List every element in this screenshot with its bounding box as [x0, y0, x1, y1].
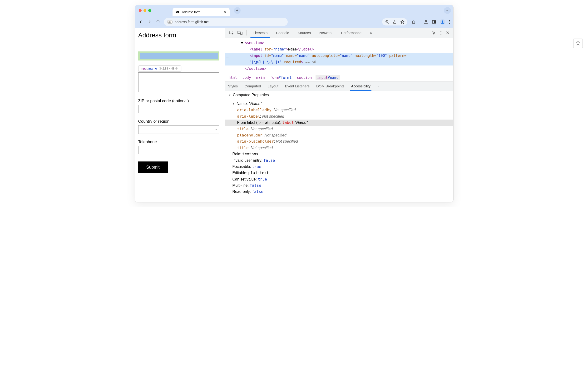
devtools-tab-elements[interactable]: Elements — [249, 28, 272, 38]
labs-icon[interactable] — [424, 20, 428, 24]
breadcrumb-item[interactable]: form#form1 — [270, 75, 292, 80]
titlebar: Address form ✕ + — [135, 5, 453, 16]
share-icon[interactable] — [393, 20, 397, 24]
computed-rows: Role: textboxInvalid user entry: falseFo… — [233, 151, 450, 195]
zoom-icon[interactable] — [385, 20, 389, 24]
tab-title: Address form — [182, 10, 200, 14]
tooltip-id: #name — [147, 67, 157, 70]
subtab-computed[interactable]: Computed — [244, 82, 261, 91]
device-toggle-icon[interactable] — [236, 28, 244, 38]
name-sources-after: title: Not specifiedplaceholder: Not spe… — [233, 126, 450, 151]
tooltip-tag: input — [141, 67, 147, 70]
chevron-down-icon: ⌄ — [215, 128, 217, 130]
close-devtools-icon[interactable] — [446, 31, 450, 35]
reload-button[interactable] — [155, 20, 161, 24]
page-actions — [382, 18, 407, 25]
extensions-icon[interactable] — [411, 20, 416, 24]
subtab-dom-breakpoints[interactable]: DOM Breakpoints — [316, 82, 344, 91]
devtools-tab-performance[interactable]: Performance — [337, 28, 366, 38]
breadcrumb-item[interactable]: section — [297, 75, 312, 80]
computed-row: Read-only: false — [233, 188, 450, 195]
tab-favicon — [176, 10, 180, 14]
telephone-input[interactable] — [138, 146, 219, 154]
name-source-row: title: Not specified — [237, 126, 450, 132]
browser-window: Address form ✕ + address-form.glitch.me — [135, 5, 453, 202]
url-text: address-form.glitch.me — [175, 20, 209, 24]
inspector-tooltip: input#name 342.88 × 48.44 — [138, 66, 181, 71]
name-source-row: placeholder: Not specified — [237, 132, 450, 138]
devtools-tab-sources[interactable]: Sources — [294, 28, 315, 38]
address-textarea[interactable] — [138, 72, 219, 92]
devtools-tab-console[interactable]: Console — [272, 28, 294, 38]
subtab-accessibility[interactable]: Accessibility — [351, 82, 371, 91]
tab-overflow-button[interactable] — [444, 7, 451, 14]
sidepanel-icon[interactable] — [432, 20, 436, 24]
name-source-row: aria-labelledby: Not specified — [237, 107, 450, 113]
computed-row: Role: textbox — [233, 151, 450, 157]
country-select[interactable]: ⌄ — [138, 125, 219, 134]
close-window-button[interactable] — [139, 9, 142, 12]
settings-icon[interactable] — [431, 31, 436, 35]
tab-close-icon[interactable]: ✕ — [224, 10, 226, 14]
page-heading: Address form — [138, 32, 222, 39]
breadcrumb-item[interactable]: body — [242, 75, 251, 80]
name-sources: aria-labelledby: Not specifiedaria-label… — [233, 107, 450, 119]
svg-point-18 — [441, 32, 441, 33]
disclosure-triangle-icon[interactable]: ▼ — [233, 102, 235, 106]
svg-point-16 — [433, 32, 434, 34]
tooltip-dims: 342.88 × 48.44 — [159, 67, 178, 70]
highlight-overlay — [138, 51, 219, 60]
kebab-menu-icon[interactable] — [441, 31, 441, 35]
svg-point-11 — [449, 22, 450, 22]
telephone-label: Telephone — [138, 140, 222, 144]
devtools-tabs: ElementsConsoleSourcesNetworkPerformance… — [225, 28, 453, 38]
name-row[interactable]: ▼ Name: "Name" — [233, 101, 450, 107]
computed-row: Invalid user entry: false — [233, 157, 450, 164]
devtools-right-icons — [427, 28, 453, 38]
zip-input[interactable] — [138, 105, 219, 113]
submit-button[interactable]: Submit — [138, 162, 168, 173]
url-bar[interactable]: address-form.glitch.me — [164, 18, 288, 26]
fullscreen-window-button[interactable] — [148, 9, 151, 12]
country-label: Country or region — [138, 119, 222, 124]
profile-avatar[interactable] — [440, 19, 445, 24]
site-info-icon[interactable] — [167, 20, 172, 24]
back-button[interactable] — [138, 20, 144, 24]
elements-dom-tree[interactable]: ▼<section> <label for="name">Name</label… — [225, 38, 453, 74]
toolbar-right — [382, 18, 450, 25]
breadcrumb-item[interactable]: html — [229, 75, 237, 80]
bookmark-icon[interactable] — [400, 20, 405, 24]
browser-tab[interactable]: Address form ✕ — [172, 8, 230, 16]
breadcrumb-item[interactable]: input#name — [316, 75, 340, 80]
divider — [246, 30, 247, 35]
breadcrumb-item[interactable]: main — [256, 75, 265, 80]
name-source-row: title: Not specified — [237, 145, 450, 151]
rendered-page: Address form input#name 342.88 × 48.44 A… — [135, 28, 225, 202]
new-tab-button[interactable]: + — [234, 7, 241, 14]
devtools-tab-network[interactable]: Network — [315, 28, 337, 38]
computed-properties-header[interactable]: ▼ Computed Properties — [225, 91, 453, 99]
forward-button[interactable] — [147, 20, 152, 24]
inspect-element-icon[interactable] — [227, 28, 236, 38]
svg-rect-8 — [434, 21, 436, 23]
subtab-event-listeners[interactable]: Event Listeners — [285, 82, 310, 91]
subtab-layout[interactable]: Layout — [268, 82, 278, 91]
from-label-row: From label (for= attribute): label "Name… — [225, 119, 453, 126]
content-area: Address form input#name 342.88 × 48.44 A… — [135, 28, 453, 202]
name-source-row: aria-label: Not specified — [237, 113, 450, 119]
highlight-inner — [140, 53, 218, 59]
minimize-window-button[interactable] — [144, 9, 146, 12]
elements-breadcrumb[interactable]: htmlbodymainform#form1sectioninput#name — [225, 74, 453, 82]
tabs-overflow-icon[interactable]: » — [366, 28, 376, 38]
accessibility-panel: ▼ Computed Properties ▼ Name: "Name" ari… — [225, 91, 453, 202]
subtab-styles[interactable]: Styles — [228, 82, 238, 91]
subtabs-overflow-icon[interactable]: » — [377, 82, 379, 91]
styles-subtabs: StylesComputedLayoutEvent ListenersDOM B… — [225, 82, 453, 91]
svg-point-19 — [441, 34, 441, 35]
kebab-menu-icon[interactable] — [449, 20, 450, 24]
computed-row: Can set value: true — [233, 176, 450, 182]
svg-point-10 — [449, 20, 450, 21]
svg-point-17 — [441, 31, 441, 32]
disclosure-triangle-icon[interactable]: ▼ — [229, 94, 231, 96]
devtools: ElementsConsoleSourcesNetworkPerformance… — [225, 28, 453, 202]
